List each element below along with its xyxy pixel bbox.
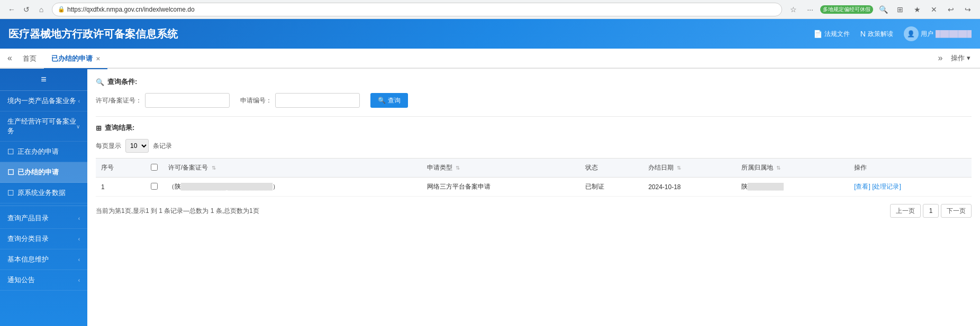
nav-buttons: ← ↺ ⌂ xyxy=(5,3,48,16)
table-row: 1 （陕██████████ ██████████） 网络三方平台备案申请 已制… xyxy=(96,178,972,197)
redo-icon[interactable]: ↪ xyxy=(961,3,975,16)
sidebar-label-production-license: 生产经营许可可备案业务 xyxy=(7,117,76,136)
sidebar-item-border-product[interactable]: 境内一类产品备案业务 ‹ xyxy=(0,91,87,111)
permit-no-value: （陕██████████ ██████████） xyxy=(168,183,279,190)
legal-docs-button[interactable]: 📄 法规文件 xyxy=(813,30,850,39)
search-icon[interactable]: 🔍 xyxy=(876,3,890,16)
user-mask: ████████ xyxy=(936,30,972,38)
user-info: 👤 用户 ████████ xyxy=(904,26,972,41)
search-section-title-text: 查询条件: xyxy=(107,77,137,87)
search-button[interactable]: 🔍 查询 xyxy=(370,93,408,108)
cell-seq: 1 xyxy=(96,178,146,197)
apps-grid-icon[interactable]: ⊞ xyxy=(893,3,907,16)
sidebar-label-completed: 已办结的申请 xyxy=(17,167,59,177)
sidebar-label-basic-info: 基本信息维护 xyxy=(7,255,49,264)
results-table: 序号 许可/备案证号 ⇅ 申请类型 ⇅ 状态 xyxy=(96,158,972,197)
operations-label: 操作 ▾ xyxy=(951,53,970,63)
process-record-link[interactable]: [处理记录] xyxy=(872,183,901,190)
view-link[interactable]: [查看] xyxy=(854,183,870,190)
policy-label: 政策解读 xyxy=(868,30,893,39)
sidebar-label-notice: 通知公告 xyxy=(7,275,35,285)
sidebar-item-completed[interactable]: ☐ 已办结的申请 xyxy=(0,162,87,183)
undo-icon[interactable]: ↩ xyxy=(944,3,958,16)
col-status: 状态 xyxy=(580,159,643,178)
header-actions: 📄 法规文件 N 政策解读 👤 用户 ████████ xyxy=(813,26,972,41)
cell-finish-date: 2024-10-18 xyxy=(643,178,736,197)
results-section-title-text: 查询结果: xyxy=(105,123,134,133)
policy-interpretation-button[interactable]: N 政策解读 xyxy=(860,30,893,39)
sidebar-divider-1 xyxy=(0,206,87,206)
browser-chrome: ← ↺ ⌂ 🔒 https://qxdfxk.nmpa.gov.cn/index… xyxy=(0,0,980,19)
user-label: 用户 xyxy=(921,30,933,39)
url-text: https://qxdfxk.nmpa.gov.cn/indexlwelcome… xyxy=(67,6,195,13)
sidebar-item-basic-info[interactable]: 基本信息维护 ‹ xyxy=(0,249,87,270)
cell-status: 已制证 xyxy=(580,178,643,197)
records-label: 条记录 xyxy=(153,142,172,151)
tab-prev-button[interactable]: « xyxy=(4,53,15,63)
results-section: ⊞ 查询结果: 每页显示 10 20 50 条记录 序号 xyxy=(96,123,972,218)
table-header-row: 序号 许可/备案证号 ⇅ 申请类型 ⇅ 状态 xyxy=(96,159,972,178)
pagination-row: 当前为第1页,显示1 到 1 条记录—总数为 1 条,总页数为1页 上一页 1 … xyxy=(96,204,972,218)
sidebar-menu-button[interactable]: ≡ xyxy=(41,74,47,85)
sidebar-item-production-license[interactable]: 生产经营许可可备案业务 ∨ xyxy=(0,111,87,142)
sidebar-item-in-progress[interactable]: ☐ 正在办的申请 xyxy=(0,142,87,162)
grid-icon: ⊞ xyxy=(96,124,102,132)
next-page-button[interactable]: 下一页 xyxy=(941,204,972,218)
tab-home[interactable]: 首页 xyxy=(15,49,44,69)
reload-button[interactable]: ↺ xyxy=(20,3,33,16)
sidebar-label-product-catalog: 查询产品目录 xyxy=(7,213,49,223)
search-btn-label: 查询 xyxy=(388,96,401,105)
content-area: 🔍 查询条件: 许可/备案证号： 申请编号： 🔍 查询 xyxy=(87,69,980,326)
sidebar-item-product-catalog[interactable]: 查询产品目录 ‹ xyxy=(0,208,87,229)
sidebar: ≡ 境内一类产品备案业务 ‹ 生产经营许可可备案业务 ∨ ☐ 正在办的申请 ☐ … xyxy=(0,69,87,326)
search-section: 🔍 查询条件: 许可/备案证号： 申请编号： 🔍 查询 xyxy=(96,77,972,108)
address-bar[interactable]: 🔒 https://qxdfxk.nmpa.gov.cn/indexlwelco… xyxy=(52,3,782,16)
cell-action: [查看] [处理记录] xyxy=(849,178,972,197)
more-options-icon[interactable]: ··· xyxy=(803,3,817,16)
search-section-title: 🔍 查询条件: xyxy=(96,77,972,87)
sidebar-header: ≡ xyxy=(0,69,87,91)
apply-no-input[interactable] xyxy=(275,93,360,108)
table-body: 1 （陕██████████ ██████████） 网络三方平台备案申请 已制… xyxy=(96,178,972,197)
completed-bookmark-icon: ☐ xyxy=(7,168,14,176)
star-icon[interactable]: ★ xyxy=(910,3,924,16)
sidebar-item-category-catalog[interactable]: 查询分类目录 ‹ xyxy=(0,229,87,249)
page-size-select[interactable]: 10 20 50 xyxy=(125,139,149,153)
tab-close-icon[interactable]: ✕ xyxy=(96,56,100,62)
sidebar-item-notice[interactable]: 通知公告 ‹ xyxy=(0,270,87,291)
pagination-info: 当前为第1页,显示1 到 1 条记录—总数为 1 条,总页数为1页 xyxy=(96,207,259,216)
jurisdiction-sort-icon: ⇅ xyxy=(776,165,781,171)
col-jurisdiction: 所属归属地 ⇅ xyxy=(736,159,849,178)
row-checkbox[interactable] xyxy=(151,183,158,190)
select-all-checkbox[interactable] xyxy=(151,164,158,171)
pagination-controls: 上一页 1 下一页 xyxy=(890,204,972,218)
separator-1 xyxy=(96,116,972,117)
in-progress-bookmark-icon: ☐ xyxy=(7,147,14,156)
tab-next-button[interactable]: » xyxy=(934,53,946,63)
tab-bar: « 首页 已办结的申请 ✕ » 操作 ▾ xyxy=(0,49,980,69)
close-icon[interactable]: ✕ xyxy=(927,3,941,16)
sidebar-item-legacy-data[interactable]: ☐ 原系统业务数据 xyxy=(0,183,87,203)
permit-no-input[interactable] xyxy=(145,93,230,108)
extension-badge[interactable]: 多地规定偏经可休假 xyxy=(820,5,873,14)
sidebar-arrow-category-catalog: ‹ xyxy=(78,236,80,242)
cell-checkbox[interactable] xyxy=(146,178,163,197)
doc-icon: 📄 xyxy=(813,30,822,38)
bookmark-star-icon[interactable]: ☆ xyxy=(786,3,800,16)
col-checkbox xyxy=(146,159,163,178)
search-form: 许可/备案证号： 申请编号： 🔍 查询 xyxy=(96,93,972,108)
search-btn-icon: 🔍 xyxy=(378,97,386,104)
cell-permit-no: （陕██████████ ██████████） xyxy=(163,178,422,197)
col-apply-type: 申请类型 ⇅ xyxy=(422,159,580,178)
prev-page-button[interactable]: 上一页 xyxy=(890,204,921,218)
page-size-prefix: 每页显示 xyxy=(96,142,121,151)
tab-completed[interactable]: 已办结的申请 ✕ xyxy=(44,49,107,69)
back-button[interactable]: ← xyxy=(5,3,18,16)
legacy-data-bookmark-icon: ☐ xyxy=(7,189,14,197)
operations-button[interactable]: 操作 ▾ xyxy=(946,53,976,63)
browser-action-bar: ☆ ··· 多地规定偏经可休假 🔍 ⊞ ★ ✕ ↩ ↪ xyxy=(786,3,975,16)
ssl-lock-icon: 🔒 xyxy=(58,6,65,13)
sidebar-arrow-production-license: ∨ xyxy=(76,124,80,129)
sidebar-arrow-border-product: ‹ xyxy=(78,98,80,104)
home-button[interactable]: ⌂ xyxy=(35,3,48,16)
